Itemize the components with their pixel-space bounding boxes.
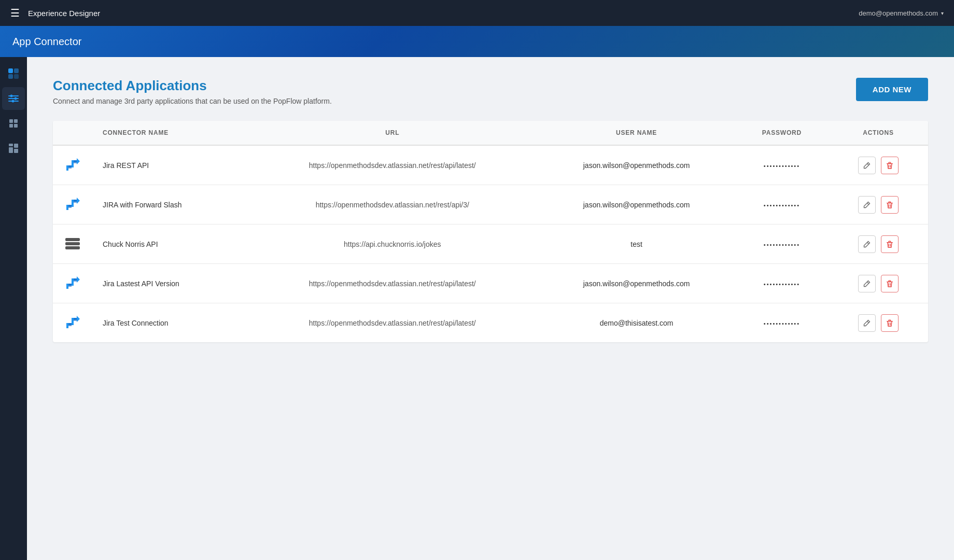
jira-icon <box>63 194 82 213</box>
edit-button[interactable] <box>858 235 876 253</box>
main-content: Connected Applications Connect and manag… <box>27 57 954 560</box>
svg-rect-50 <box>889 281 891 282</box>
subbar-title: App Connector <box>12 36 81 48</box>
svg-marker-46 <box>68 284 72 287</box>
svg-marker-54 <box>66 316 80 328</box>
add-new-button[interactable]: ADD NEW <box>856 78 928 101</box>
connector-url: https://api.chucknorris.io/jokes <box>247 225 538 264</box>
trash-icon <box>886 319 893 327</box>
connector-actions <box>829 225 928 264</box>
connector-icon-cell <box>53 145 92 185</box>
svg-marker-29 <box>68 205 72 208</box>
chevron-down-icon: ▾ <box>941 10 944 16</box>
password-dots: •••••••••••• <box>764 320 800 327</box>
svg-marker-45 <box>66 276 80 289</box>
svg-rect-41 <box>889 241 891 242</box>
svg-rect-1 <box>14 68 19 73</box>
password-dots: •••••••••••• <box>764 202 800 208</box>
password-dots: •••••••••••• <box>764 281 800 287</box>
col-header-name: CONNECTOR NAME <box>92 121 247 145</box>
connector-name: Chuck Norris API <box>92 225 247 264</box>
connector-name: JIRA with Forward Slash <box>92 185 247 225</box>
table-wrapper: CONNECTOR NAME URL USER NAME PASSWORD AC… <box>53 121 928 342</box>
connector-name: Jira REST API <box>92 145 247 185</box>
password-dots: •••••••••••• <box>764 242 800 248</box>
svg-rect-2 <box>8 74 13 79</box>
svg-rect-11 <box>14 119 18 123</box>
svg-marker-47 <box>74 278 77 282</box>
svg-rect-37 <box>65 242 80 245</box>
connector-url: https://openmethodsdev.atlassian.net/res… <box>247 185 538 225</box>
col-header-actions: ACTIONS <box>829 121 928 145</box>
connector-password: •••••••••••• <box>735 185 829 225</box>
page-header: Connected Applications Connect and manag… <box>53 78 928 105</box>
svg-rect-10 <box>9 119 13 123</box>
delete-button[interactable] <box>881 275 899 292</box>
svg-rect-12 <box>9 124 13 128</box>
connectors-table: CONNECTOR NAME URL USER NAME PASSWORD AC… <box>53 121 928 342</box>
svg-point-9 <box>12 100 15 103</box>
svg-marker-56 <box>74 318 77 321</box>
connector-username: jason.wilson@openmethods.com <box>538 145 735 185</box>
subbar: App Connector <box>0 26 954 57</box>
svg-line-48 <box>867 282 869 283</box>
col-header-url: URL <box>247 121 538 145</box>
sidebar-item-dashboard[interactable] <box>2 137 25 160</box>
table-row: Jira Test Connectionhttps://openmethodsd… <box>53 303 928 343</box>
svg-rect-3 <box>14 74 19 79</box>
col-header-password: PASSWORD <box>735 121 829 145</box>
password-dots: •••••••••••• <box>764 163 800 169</box>
sidebar-item-filters[interactable] <box>2 87 25 110</box>
edit-button[interactable] <box>858 157 876 174</box>
edit-icon <box>863 241 871 248</box>
delete-button[interactable] <box>881 314 899 332</box>
svg-marker-21 <box>74 160 77 163</box>
delete-button[interactable] <box>881 235 899 253</box>
svg-rect-16 <box>9 147 13 153</box>
sidebar-item-logo[interactable] <box>2 62 25 85</box>
svg-point-5 <box>10 95 13 97</box>
connector-icon-cell <box>53 303 92 343</box>
page-header-text: Connected Applications Connect and manag… <box>53 78 332 105</box>
svg-line-39 <box>867 242 869 244</box>
svg-rect-38 <box>65 246 80 249</box>
edit-button[interactable] <box>858 275 876 292</box>
svg-line-31 <box>867 203 869 204</box>
connector-url: https://openmethodsdev.atlassian.net/res… <box>247 303 538 343</box>
jira-icon <box>63 273 82 292</box>
edit-button[interactable] <box>858 196 876 214</box>
svg-rect-0 <box>8 68 13 73</box>
svg-marker-19 <box>66 158 80 171</box>
svg-rect-17 <box>14 149 18 153</box>
user-menu[interactable]: demo@openmethods.com ▾ <box>859 9 944 17</box>
edit-button[interactable] <box>858 314 876 332</box>
svg-rect-14 <box>9 144 13 146</box>
connector-url: https://openmethodsdev.atlassian.net/res… <box>247 264 538 303</box>
svg-rect-13 <box>14 124 18 128</box>
svg-line-57 <box>867 321 869 323</box>
connector-password: •••••••••••• <box>735 264 829 303</box>
connector-username: jason.wilson@openmethods.com <box>538 185 735 225</box>
layout: Connected Applications Connect and manag… <box>0 57 954 560</box>
hamburger-icon[interactable]: ☰ <box>10 7 20 19</box>
delete-button[interactable] <box>881 196 899 214</box>
connector-username: jason.wilson@openmethods.com <box>538 264 735 303</box>
connector-actions <box>829 185 928 225</box>
svg-rect-33 <box>889 202 891 203</box>
page-heading: Connected Applications <box>53 78 332 94</box>
page-subheading: Connect and manage 3rd party application… <box>53 97 332 105</box>
col-header-icon <box>53 121 92 145</box>
connector-url: https://openmethodsdev.atlassian.net/res… <box>247 145 538 185</box>
app-title: Experience Designer <box>28 9 100 18</box>
sidebar-item-layers[interactable] <box>2 112 25 135</box>
chuck-icon <box>63 234 82 253</box>
connector-icon-cell <box>53 264 92 303</box>
sidebar <box>0 57 27 560</box>
col-header-username: USER NAME <box>538 121 735 145</box>
topbar: ☰ Experience Designer demo@openmethods.c… <box>0 0 954 26</box>
table-row: JIRA with Forward Slashhttps://openmetho… <box>53 185 928 225</box>
delete-button[interactable] <box>881 157 899 174</box>
table-row: Jira REST APIhttps://openmethodsdev.atla… <box>53 145 928 185</box>
svg-rect-15 <box>14 144 18 148</box>
table-row: Chuck Norris APIhttps://api.chucknorris.… <box>53 225 928 264</box>
